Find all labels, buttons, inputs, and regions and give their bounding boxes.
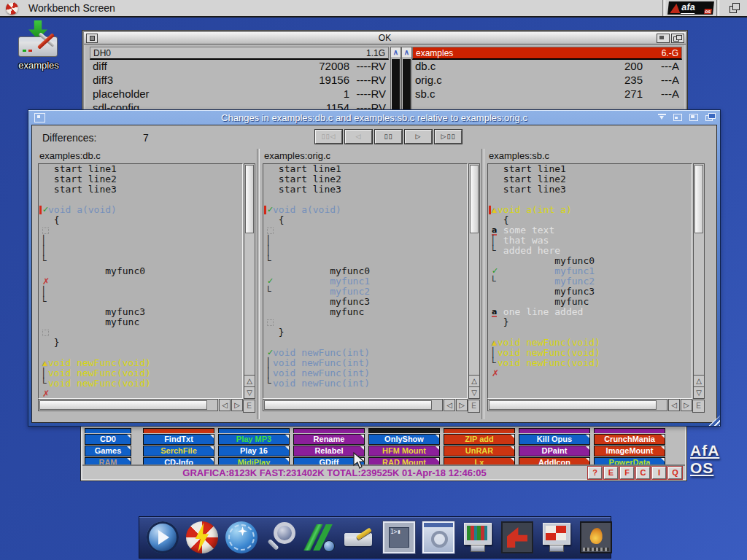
dots-marker-icon xyxy=(39,327,48,338)
left-pane-scrollbar[interactable]: ∧ xyxy=(390,47,401,114)
vertical-scrollbar[interactable]: △▽ xyxy=(693,163,705,399)
scroll-left-icon[interactable]: ◁ xyxy=(668,399,680,411)
toolbar-button-zip-add[interactable]: ZIP add xyxy=(444,434,515,445)
end-button[interactable]: E xyxy=(243,400,255,413)
zoom-icon[interactable] xyxy=(657,34,670,43)
close-icon[interactable] xyxy=(34,113,45,122)
pause-diff-button[interactable]: ▯▯ xyxy=(375,130,402,144)
right-pane-scrollbar[interactable]: ∧ xyxy=(401,47,412,114)
toolbar-button-play-16[interactable]: Play 16 xyxy=(218,446,290,456)
toolbar-button-serchfile[interactable]: SerchFile xyxy=(143,446,214,456)
scroll-up-icon[interactable]: △ xyxy=(469,375,479,386)
toolbar-button-play-mp3[interactable]: Play MP3 xyxy=(218,434,290,445)
toolbar-button-rename[interactable]: Rename xyxy=(293,434,365,445)
shrink-icon[interactable] xyxy=(673,113,684,121)
iconify-icon[interactable] xyxy=(657,113,667,121)
depth-icon[interactable] xyxy=(671,34,684,43)
scroll-right-icon[interactable]: ▷ xyxy=(231,399,243,411)
toolbar-button-unrar[interactable]: UnRAR xyxy=(444,446,515,456)
toolbar-button-findtxt[interactable]: FindTxt xyxy=(143,434,214,445)
up-arrow-icon[interactable]: ∧ xyxy=(391,47,400,58)
tool-icon[interactable] xyxy=(501,521,533,553)
scrollbar-thumb[interactable] xyxy=(489,400,657,410)
end-button[interactable]: E xyxy=(692,400,705,413)
toolbar-button-relabel[interactable]: Relabel xyxy=(293,446,365,456)
scroll-left-icon[interactable]: ◁ xyxy=(219,399,231,411)
scrollbar-thumb[interactable] xyxy=(392,59,400,112)
toolbar-button-onlyshow[interactable]: OnlyShow xyxy=(368,434,440,445)
file-row[interactable]: db.c200---A xyxy=(412,59,681,73)
scroll-down-icon[interactable]: ▽ xyxy=(244,386,255,398)
toolbar-button-games[interactable]: Games xyxy=(85,446,131,456)
last-diff-button[interactable]: ▷▯▯ xyxy=(435,130,462,144)
dots-icon xyxy=(42,330,49,336)
zoom-icon[interactable] xyxy=(689,113,700,121)
horizontal-scrollbar[interactable] xyxy=(38,399,218,411)
file-window-body: DH0 1.1G diff72008----RVdiff319156----RV… xyxy=(85,44,684,114)
file-row[interactable]: placeholder1----RV xyxy=(90,87,387,101)
left-pane-header[interactable]: DH0 1.1G xyxy=(90,47,389,60)
desktop-icon-examples[interactable]: examples xyxy=(7,20,70,71)
file-row[interactable]: sb.c271---A xyxy=(412,87,681,101)
scrollbar-thumb[interactable] xyxy=(403,59,411,112)
corner-button-?[interactable]: ? xyxy=(588,467,602,479)
horizontal-scrollbar[interactable] xyxy=(487,399,667,411)
corner-button-c[interactable]: C xyxy=(636,467,650,479)
scroll-up-icon[interactable]: △ xyxy=(694,375,704,386)
next-diff-button[interactable]: ▷ xyxy=(405,130,432,144)
scroll-right-icon[interactable]: ▷ xyxy=(681,399,692,411)
right-pane-header[interactable]: examples 6.-G xyxy=(412,47,682,60)
shell-icon[interactable]: 1>▮ xyxy=(383,521,415,553)
monitor-boing-icon[interactable] xyxy=(541,521,573,553)
file-row[interactable]: orig.c235---A xyxy=(412,73,681,87)
first-diff-button[interactable]: ▯▯◁ xyxy=(315,130,342,144)
magnifier-icon[interactable] xyxy=(265,521,297,553)
up-arrow-icon[interactable]: ∧ xyxy=(402,47,411,58)
vertical-scrollbar[interactable]: △▽ xyxy=(468,163,480,399)
boing-ball-icon[interactable] xyxy=(186,521,218,553)
percent-icon[interactable] xyxy=(304,521,336,553)
search-window-icon[interactable] xyxy=(422,521,454,553)
globe-icon[interactable] xyxy=(225,521,258,553)
scroll-down-icon[interactable]: ▽ xyxy=(469,386,479,398)
toolbar-button-hfm-mount[interactable]: HFM Mount xyxy=(368,446,440,456)
memory-chip-icon[interactable] xyxy=(580,521,612,553)
scrollbar-thumb[interactable] xyxy=(264,400,432,410)
depth-icon[interactable] xyxy=(705,113,716,121)
end-button[interactable]: E xyxy=(468,400,480,413)
scrollbar-thumb[interactable] xyxy=(470,165,479,233)
scrollbar-thumb[interactable] xyxy=(694,165,703,233)
corner-button-e[interactable]: E xyxy=(604,467,618,479)
scrollbar-thumb[interactable] xyxy=(39,400,207,410)
diff-text-area[interactable]: start line1 start line2 start line3✓void… xyxy=(263,163,468,399)
scrollbar-thumb[interactable] xyxy=(245,165,254,233)
scroll-down-icon[interactable]: ▽ xyxy=(694,386,704,398)
corner-button-f[interactable]: F xyxy=(620,467,634,479)
diff-text-area[interactable]: start line1 start line2 start line3✓void… xyxy=(38,163,243,399)
screen-depth-icon[interactable] xyxy=(725,2,744,14)
toolbar-button-kill-opus[interactable]: Kill Opus xyxy=(519,434,590,445)
screen-titlebar[interactable]: Workbench Screen afa os xyxy=(0,0,747,18)
toolbar-button-cd0[interactable]: CD0 xyxy=(85,434,131,445)
toolbar-button-dpaint[interactable]: DPaint xyxy=(519,446,590,456)
scroll-left-icon[interactable]: ◁ xyxy=(444,399,455,411)
diff-text-area[interactable]: start line1 start line2 start line3▲void… xyxy=(487,163,692,399)
media-player-icon[interactable] xyxy=(147,521,179,553)
afa-logo-sub: os xyxy=(704,9,712,14)
file-row[interactable]: diff319156----RV xyxy=(90,73,387,87)
scroll-up-icon[interactable]: △ xyxy=(244,375,255,386)
close-icon[interactable] xyxy=(86,34,98,43)
prev-diff-button[interactable]: ◁ xyxy=(345,130,372,144)
file-size: 1 xyxy=(280,87,349,101)
corner-button-i[interactable]: I xyxy=(652,467,666,479)
monitor-settings-icon[interactable] xyxy=(462,521,494,553)
horizontal-scrollbar[interactable] xyxy=(263,399,443,411)
toolbar-button-crunchmania[interactable]: CrunchMania xyxy=(594,434,665,445)
toolbar-button-imagemount[interactable]: ImageMount xyxy=(594,446,665,456)
scanner-icon[interactable] xyxy=(344,521,376,553)
vertical-scrollbar[interactable]: △▽ xyxy=(244,163,255,399)
scroll-right-icon[interactable]: ▷ xyxy=(456,399,468,411)
file-row[interactable]: diff72008----RV xyxy=(90,59,387,73)
file-window-titlebar[interactable]: OK xyxy=(84,32,686,44)
corner-button-q[interactable]: Q xyxy=(668,467,682,479)
